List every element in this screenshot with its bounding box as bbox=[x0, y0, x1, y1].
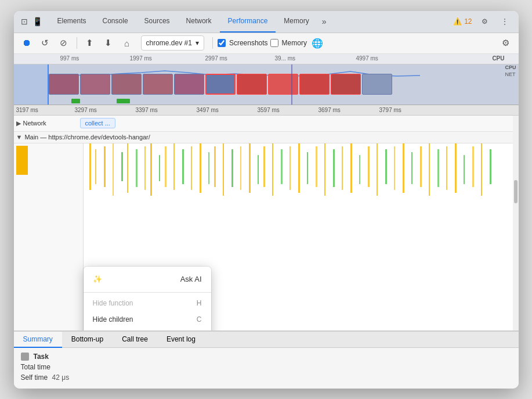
svg-rect-26 bbox=[298, 143, 300, 193]
collect-badge[interactable]: collect ... bbox=[80, 118, 115, 128]
svg-rect-13 bbox=[191, 146, 192, 190]
tab-sources[interactable]: Sources bbox=[136, 11, 178, 33]
svg-rect-19 bbox=[240, 146, 241, 190]
ctx-hide-function[interactable]: Hide function H bbox=[84, 295, 211, 311]
tick-5: 4997 ms bbox=[356, 55, 378, 62]
network-row-label: ▶ Network bbox=[16, 120, 80, 127]
ms-tick-2: 3297 ms bbox=[75, 107, 97, 113]
svg-rect-47 bbox=[481, 143, 482, 196]
context-menu: ✨ Ask AI Hide function H Hide children C… bbox=[84, 267, 211, 330]
tab-summary[interactable]: Summary bbox=[14, 332, 62, 348]
triangle-icon: ▶ bbox=[16, 120, 21, 127]
scrollbar-thumb[interactable] bbox=[514, 180, 517, 203]
ctx-hide-function-label: Hide function bbox=[93, 299, 133, 307]
clear-button[interactable]: ⊘ bbox=[56, 35, 72, 51]
tab-call-tree[interactable]: Call tree bbox=[113, 332, 157, 348]
tab-elements[interactable]: Elements bbox=[49, 11, 95, 33]
ctx-ask-ai[interactable]: ✨ Ask AI bbox=[84, 269, 211, 290]
tab-event-log[interactable]: Event log bbox=[157, 332, 205, 348]
screenshots-label: Screenshots bbox=[229, 39, 268, 47]
gear-button[interactable]: ⚙ bbox=[498, 35, 514, 51]
more-options-button[interactable]: ⋮ bbox=[498, 15, 512, 28]
svg-rect-32 bbox=[350, 143, 352, 193]
svg-rect-31 bbox=[342, 146, 343, 190]
svg-rect-33 bbox=[359, 155, 360, 184]
screenshot-thumb bbox=[174, 74, 204, 95]
timeline-header: 997 ms 1997 ms 2997 ms 39... ms 4997 ms … bbox=[14, 54, 519, 64]
total-time-row: Total time bbox=[21, 363, 512, 371]
svg-rect-35 bbox=[377, 143, 378, 196]
screenshot-thumb bbox=[111, 74, 142, 95]
main-content: ▶ Network collect ... ▼ Main — https://c… bbox=[14, 116, 519, 330]
memory-checkbox[interactable] bbox=[270, 39, 278, 47]
screenshot-thumb bbox=[237, 74, 267, 95]
net-side-label: NET bbox=[505, 71, 516, 77]
cpu-net-labels: CPU NET bbox=[505, 64, 516, 77]
screenshot-thumb bbox=[299, 74, 330, 95]
svg-rect-22 bbox=[263, 146, 265, 187]
bottom-content: Task Total time Self time 42 μs bbox=[14, 348, 519, 389]
svg-rect-15 bbox=[208, 152, 209, 184]
home-button[interactable]: ⌂ bbox=[119, 35, 135, 51]
dock-icon[interactable]: ⊡ bbox=[21, 17, 28, 26]
ctx-hide-children[interactable]: Hide children C bbox=[84, 311, 211, 328]
svg-rect-12 bbox=[182, 149, 184, 184]
network-row: ▶ Network collect ... bbox=[14, 116, 519, 132]
toolbar-separator-1 bbox=[77, 37, 77, 49]
profile-select[interactable]: chrome.dev #1 ▾ bbox=[141, 35, 204, 51]
ctx-hide-repeating[interactable]: Hide repeating children R bbox=[84, 328, 211, 330]
upload-button[interactable]: ⬆ bbox=[82, 35, 98, 51]
tick-2: 1997 ms bbox=[130, 55, 152, 62]
record-button[interactable]: ⏺ bbox=[19, 35, 35, 51]
svg-rect-16 bbox=[214, 146, 216, 187]
download-button[interactable]: ⬇ bbox=[100, 35, 117, 51]
svg-rect-3 bbox=[113, 143, 114, 196]
svg-rect-38 bbox=[403, 143, 404, 193]
reload-button[interactable]: ↺ bbox=[37, 35, 53, 51]
toolbar: ⏺ ↺ ⊘ ⬆ ⬇ ⌂ chrome.dev #1 ▾ Screenshots … bbox=[14, 33, 519, 54]
main-thread-triangle-icon: ▼ bbox=[16, 134, 23, 141]
settings-button[interactable]: ⚙ bbox=[478, 15, 492, 28]
tick-3: 2997 ms bbox=[205, 55, 227, 62]
tab-console[interactable]: Console bbox=[95, 11, 136, 33]
tab-memory[interactable]: Memory bbox=[276, 11, 317, 33]
ctx-hide-function-shortcut: H bbox=[197, 299, 202, 307]
cursor-line bbox=[291, 64, 292, 105]
warning-badge[interactable]: ⚠️ 12 bbox=[453, 17, 472, 26]
cpu-label: CPU bbox=[492, 55, 504, 62]
overview-area[interactable]: CPU NET bbox=[14, 64, 519, 105]
tab-bottom-up[interactable]: Bottom-up bbox=[62, 332, 113, 348]
network-label: Network bbox=[23, 120, 46, 127]
more-tabs-button[interactable]: » bbox=[317, 17, 331, 26]
ms-ticks-row: 3197 ms 3297 ms 3397 ms 3497 ms 3597 ms … bbox=[14, 105, 519, 116]
task-highlight-block bbox=[16, 146, 28, 175]
flame-left-panel bbox=[14, 143, 84, 330]
scrollbar[interactable] bbox=[513, 116, 519, 330]
total-time-label: Total time bbox=[21, 363, 50, 371]
svg-rect-48 bbox=[490, 149, 491, 184]
network-icon: 🌐 bbox=[309, 35, 325, 51]
screenshots-checkbox[interactable] bbox=[218, 39, 226, 47]
screenshot-thumb bbox=[331, 74, 361, 95]
screenshot-thumb bbox=[49, 74, 79, 95]
screenshot-thumb bbox=[80, 74, 110, 95]
ms-tick-1: 3197 ms bbox=[16, 107, 38, 113]
svg-rect-6 bbox=[136, 149, 137, 187]
screenshots-row bbox=[49, 74, 392, 97]
svg-rect-41 bbox=[429, 143, 430, 196]
device-icon[interactable]: 📱 bbox=[32, 17, 42, 26]
ms-tick-4: 3497 ms bbox=[197, 107, 219, 113]
tick-4: 39... ms bbox=[275, 55, 296, 62]
warning-count: 12 bbox=[464, 17, 472, 26]
profile-name: chrome.dev #1 bbox=[146, 39, 192, 47]
bottom-tabs: Summary Bottom-up Call tree Event log bbox=[14, 332, 519, 348]
svg-rect-24 bbox=[281, 149, 283, 184]
tab-network[interactable]: Network bbox=[178, 11, 220, 33]
tab-performance[interactable]: Performance bbox=[220, 11, 276, 33]
task-info-row: Task bbox=[21, 353, 512, 361]
svg-rect-30 bbox=[333, 149, 335, 187]
ms-tick-5: 3597 ms bbox=[258, 107, 280, 113]
svg-rect-20 bbox=[249, 143, 251, 193]
ctx-ask-ai-label: Ask AI bbox=[180, 275, 202, 283]
task-label: Task bbox=[34, 353, 49, 361]
